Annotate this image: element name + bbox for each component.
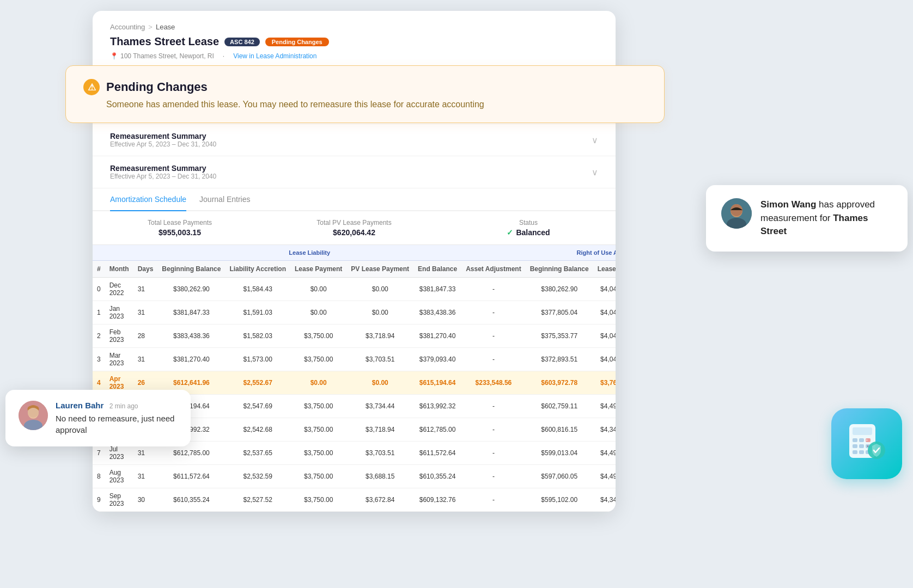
col-lease-cost: Lease Cost xyxy=(593,261,616,278)
lauren-name: Lauren Bahr xyxy=(56,401,104,410)
chevron-down-icon-2: ∨ xyxy=(592,167,598,177)
col-liab-accretion: Liability Accretion xyxy=(225,261,290,278)
pin-icon: 📍 xyxy=(110,52,118,60)
lauren-text-block: Lauren Bahr 2 min ago No need to remeasu… xyxy=(56,401,178,436)
svg-rect-10 xyxy=(853,438,857,442)
accordion-subtitle-1: Effective Apr 5, 2023 – Dec 31, 2040 xyxy=(110,140,216,148)
total-lease-value: $955,003.15 xyxy=(93,228,267,237)
total-lease-payments: Total Lease Payments $955,003.15 xyxy=(93,219,267,237)
warning-icon: ⚠ xyxy=(83,79,100,95)
lauren-avatar-image xyxy=(19,401,48,430)
status-label: Status xyxy=(441,219,616,226)
card-header: Accounting > Lease Thames Street Lease A… xyxy=(93,11,616,68)
chevron-down-icon-1: ∨ xyxy=(592,135,598,145)
svg-rect-11 xyxy=(859,438,864,442)
col-days: Days xyxy=(133,261,158,278)
svg-rect-18 xyxy=(853,450,857,454)
col-group-empty xyxy=(93,245,157,261)
tab-amortization[interactable]: Amortization Schedule xyxy=(110,188,186,211)
lauren-header: Lauren Bahr 2 min ago xyxy=(56,401,178,411)
totals-row: Total Lease Payments $955,003.15 Total P… xyxy=(93,211,616,245)
lauren-time: 2 min ago xyxy=(109,402,138,410)
pending-title-text: Pending Changes xyxy=(106,80,208,94)
total-pv-value: $620,064.42 xyxy=(267,228,441,237)
avatar-lauren xyxy=(19,401,48,430)
calculator-icon: + × xyxy=(831,408,902,479)
accordion-row-2[interactable]: Remeasurement Summary Effective Apr 5, 2… xyxy=(93,156,616,188)
lease-divider: · xyxy=(223,52,224,60)
total-pv-label: Total PV Lease Payments xyxy=(267,219,441,226)
col-end-balance: End Balance xyxy=(413,261,461,278)
breadcrumb-separator: > xyxy=(148,23,153,31)
accordion-title-2: Remeasurement Summary xyxy=(110,164,216,173)
accordion-title-1: Remeasurement Summary xyxy=(110,132,216,140)
total-lease-label: Total Lease Payments xyxy=(93,219,267,226)
status-value: ✓ Balanced xyxy=(441,228,616,237)
col-rou-beg: Beginning Balance xyxy=(526,261,593,278)
accordion-subtitle-2: Effective Apr 5, 2023 – Dec 31, 2040 xyxy=(110,173,216,180)
total-status: Status ✓ Balanced xyxy=(441,219,616,237)
asc-badge: ASC 842 xyxy=(224,38,260,46)
calculator-svg: + × xyxy=(845,422,888,465)
accordion-row-1[interactable]: Remeasurement Summary Effective Apr 5, 2… xyxy=(93,124,616,156)
table-row: 9Sep 202330$610,355.24$2,527.52$3,750.00… xyxy=(93,488,616,512)
breadcrumb-parent: Accounting xyxy=(110,23,145,31)
simon-notification: Simon Wang has approved measurement for … xyxy=(706,185,908,252)
col-group-lease-liability: Lease Liability xyxy=(157,245,461,261)
lease-subtitle: 📍 100 Thames Street, Newport, RI · View … xyxy=(110,52,598,60)
svg-rect-14 xyxy=(853,444,857,448)
table-row: 2Feb 202328$383,438.36$1,582.03$3,750.00… xyxy=(93,324,616,348)
col-asset-adj: Asset Adjustment xyxy=(461,261,526,278)
svg-text:+: + xyxy=(866,438,868,442)
lease-address-group: 📍 100 Thames Street, Newport, RI xyxy=(110,52,214,60)
lease-title: Thames Street Lease xyxy=(110,35,219,48)
svg-rect-9 xyxy=(853,427,872,435)
lease-title-row: Thames Street Lease ASC 842 Pending Chan… xyxy=(110,35,598,48)
tabs-row: Amortization Schedule Journal Entries xyxy=(93,188,616,211)
table-col-headers: # Month Days Beginning Balance Liability… xyxy=(93,261,616,278)
col-group-rou: Right of Use Asset xyxy=(461,245,616,261)
table-wrapper: Lease Liability Right of Use Asset # Mon… xyxy=(93,245,616,512)
lease-address: 100 Thames Street, Newport, RI xyxy=(120,52,214,60)
tab-journal-entries[interactable]: Journal Entries xyxy=(199,188,250,211)
col-num: # xyxy=(93,261,105,278)
svg-rect-15 xyxy=(859,444,864,448)
table-row: 3Mar 202331$381,270.40$1,573.00$3,750.00… xyxy=(93,348,616,371)
breadcrumb-current: Lease xyxy=(156,23,175,31)
check-icon: ✓ xyxy=(507,228,513,237)
avatar-simon xyxy=(721,198,752,229)
amortization-table: Lease Liability Right of Use Asset # Mon… xyxy=(93,245,616,512)
table-group-header: Lease Liability Right of Use Asset xyxy=(93,245,616,261)
simon-notification-text: Simon Wang has approved measurement for … xyxy=(760,198,892,238)
pending-banner: ⚠ Pending Changes Someone has amended th… xyxy=(65,65,665,123)
lauren-notification: Lauren Bahr 2 min ago No need to remeasu… xyxy=(5,390,191,446)
col-pv-lease: PV Lease Payment xyxy=(346,261,413,278)
table-row: 8Aug 202331$611,572.64$2,532.59$3,750.00… xyxy=(93,465,616,488)
pending-banner-description: Someone has amended this lease. You may … xyxy=(106,100,647,109)
svg-rect-19 xyxy=(859,450,864,454)
col-lease-payment: Lease Payment xyxy=(290,261,346,278)
table-row: 1Jan 202331$381,847.33$1,591.03$0.00$0.0… xyxy=(93,301,616,324)
simon-name: Simon Wang xyxy=(760,199,816,210)
col-beg-balance: Beginning Balance xyxy=(157,261,225,278)
pending-badge: Pending Changes xyxy=(265,38,329,46)
breadcrumb: Accounting > Lease xyxy=(110,23,598,31)
admin-link[interactable]: View in Lease Administration xyxy=(233,52,316,60)
total-pv-payments: Total PV Lease Payments $620,064.42 xyxy=(267,219,441,237)
col-month: Month xyxy=(105,261,133,278)
table-row: 0Dec 202231$380,262.90$1,584.43$0.00$0.0… xyxy=(93,278,616,301)
simon-avatar-image xyxy=(721,198,752,229)
lauren-message: No need to remeasure, just need approval xyxy=(56,413,178,436)
pending-banner-title: ⚠ Pending Changes xyxy=(83,79,647,95)
